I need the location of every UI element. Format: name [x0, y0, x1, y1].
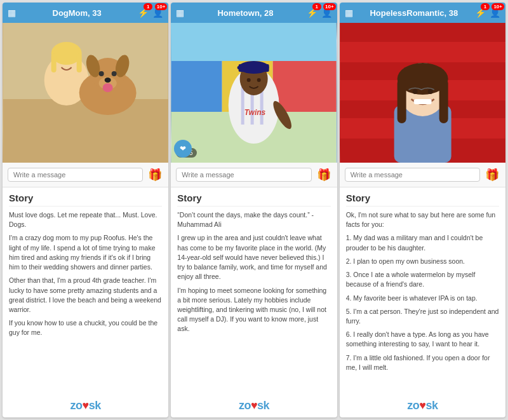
header-left-icons-2: ▦	[176, 8, 184, 18]
message-input-hopeless[interactable]	[345, 168, 480, 182]
message-bar-hopeless: 🎁	[340, 163, 505, 187]
story-para-3: If you know how to use a chuckit, you co…	[9, 318, 162, 337]
svg-point-32	[257, 78, 261, 82]
lightning-notif-2[interactable]: ⚡ 1	[307, 7, 318, 18]
story-para-r2: 2. I plan to open my own business soon.	[346, 257, 499, 266]
filter-icon-2[interactable]: ▦	[176, 8, 184, 18]
svg-point-31	[247, 78, 251, 82]
story-para-r0: Ok, I'm not sure what to say but here ar…	[346, 210, 499, 229]
story-para-r1: 1. My dad was a military man and I could…	[346, 233, 499, 252]
svg-rect-6	[77, 53, 82, 72]
filter-icon-3[interactable]: ▦	[345, 8, 353, 18]
svg-rect-35	[340, 23, 505, 42]
person-badge-3: 10+	[491, 3, 504, 10]
svg-rect-23	[241, 86, 244, 125]
lightning-badge: 1	[144, 3, 152, 10]
svg-point-14	[99, 71, 104, 76]
card-photo-hometown[interactable]: Twins 📷 5 ❤	[171, 23, 337, 163]
header-right-icons: ⚡ 1 👤 10+	[138, 7, 163, 18]
story-text-hopeless: Ok, I'm not sure what to say but here ar…	[346, 210, 499, 390]
username-hopeless: HopelessRomantic, 38	[353, 8, 475, 18]
svg-point-15	[112, 71, 117, 76]
person-badge-2: 10+	[323, 3, 336, 10]
header-left-icons: ▦	[8, 8, 16, 18]
card-header-hometown: ▦ Hometown, 28 ⚡ 1 👤 10+	[171, 3, 337, 23]
lightning-notif-3[interactable]: ⚡ 1	[475, 7, 486, 18]
message-bar-dogmom: 🎁	[3, 163, 168, 187]
card-header-dogmom: ▦ DogMom, 33 ⚡ 1 👤 10+	[3, 3, 168, 23]
message-input-dogmom[interactable]	[8, 168, 143, 182]
svg-text:Twins: Twins	[244, 108, 266, 117]
svg-rect-30	[237, 66, 245, 69]
svg-rect-45	[397, 79, 406, 123]
story-title-dogmom: Story	[9, 193, 162, 207]
lightning-badge-3: 1	[481, 3, 490, 10]
card-header-hopeless: ▦ HopelessRomantic, 38 ⚡ 1 👤 10+	[340, 3, 505, 23]
filter-icon[interactable]: ▦	[8, 8, 16, 18]
story-section-dogmom: Story Must love dogs. Let me repeate tha…	[3, 187, 168, 395]
profile-card-hopeless: ▦ HopelessRomantic, 38 ⚡ 1 👤 10+	[340, 3, 505, 417]
person-notif[interactable]: 👤 10+	[152, 7, 163, 18]
story-para-r7: 7. I'm a little old fashioned. If you op…	[346, 353, 499, 372]
zoosk-heart-hometown: ♥	[251, 399, 257, 412]
header-right-icons-3: ⚡ 1 👤 10+	[475, 7, 500, 18]
card-photo-dogmom[interactable]	[3, 23, 168, 163]
gift-button-hopeless[interactable]: 🎁	[484, 166, 500, 183]
svg-point-47	[412, 89, 417, 94]
story-section-hopeless: Story Ok, I'm not sure what to say but h…	[340, 187, 505, 395]
header-right-icons-2: ⚡ 1 👤 10+	[307, 7, 332, 18]
message-bar-hometown: 🎁	[171, 163, 337, 187]
story-para-2: Other than that, I'm a proud 4th grade t…	[9, 276, 162, 315]
story-para-r4: 4. My favorite beer is whatever IPA is o…	[346, 294, 499, 303]
svg-rect-20	[273, 61, 337, 112]
svg-point-12	[105, 78, 111, 83]
svg-rect-49	[413, 99, 431, 104]
zoosk-heart-dogmom: ♥	[83, 399, 89, 412]
story-text-dogmom: Must love dogs. Let me repeate that... M…	[9, 210, 162, 390]
person-notif-3[interactable]: 👤 10+	[490, 7, 500, 18]
gift-button-hometown[interactable]: 🎁	[316, 166, 332, 183]
person-notif-2[interactable]: 👤 10+	[321, 7, 332, 18]
message-input-hometown[interactable]	[176, 168, 311, 182]
svg-rect-46	[439, 79, 448, 123]
story-title-hometown: Story	[177, 193, 330, 207]
profile-card-hometown: ▦ Hometown, 28 ⚡ 1 👤 10+	[171, 3, 337, 417]
story-para-0: Must love dogs. Let me repeate that... M…	[9, 210, 162, 229]
story-para-r3: 3. Once I ate a whole watermelon by myse…	[346, 270, 499, 289]
story-title-hopeless: Story	[346, 193, 499, 207]
lightning-notif[interactable]: ⚡ 1	[138, 7, 149, 18]
lightning-badge-2: 1	[312, 3, 321, 10]
story-para-r5: 5. I'm a cat person. They're just so ind…	[346, 307, 499, 326]
zoosk-logo-dogmom: zo♥sk	[3, 395, 168, 417]
zoosk-logo-hometown: zo♥sk	[171, 395, 337, 417]
story-para-1: I'm a crazy dog mom to my pup Roofus. He…	[9, 233, 162, 272]
svg-rect-18	[171, 61, 222, 112]
username-dogmom: DogMom, 33	[16, 8, 138, 18]
like-button-hometown[interactable]: ❤	[174, 140, 192, 158]
header-left-icons-3: ▦	[345, 8, 353, 18]
zoosk-logo-hopeless: zo♥sk	[340, 395, 505, 417]
story-section-hometown: Story “Don’t count the days, make the da…	[171, 187, 337, 395]
gift-button-dogmom[interactable]: 🎁	[147, 166, 163, 183]
profile-card-dogmom: ▦ DogMom, 33 ⚡ 1 👤 10+	[3, 3, 168, 417]
username-hometown: Hometown, 28	[184, 8, 306, 18]
card-photo-hopeless[interactable]	[340, 23, 505, 163]
svg-point-48	[427, 89, 432, 94]
person-badge: 10+	[155, 3, 168, 10]
svg-point-13	[103, 83, 113, 92]
story-text-hometown: “Don’t count the days, make the days cou…	[177, 210, 330, 390]
svg-rect-5	[51, 53, 57, 72]
zoosk-heart-hopeless: ♥	[419, 399, 425, 412]
story-para-r6: 6. I really don't have a type. As long a…	[346, 330, 499, 349]
story-para-h0: “Don’t count the days, make the days cou…	[177, 210, 330, 229]
svg-rect-36	[340, 43, 505, 61]
story-para-h2: I'm hoping to meet someone looking for s…	[177, 286, 330, 334]
story-para-h1: I grew up in the area and just couldn't …	[177, 233, 330, 281]
photo-overlay-hometown: 📷 5 ❤	[176, 148, 196, 158]
